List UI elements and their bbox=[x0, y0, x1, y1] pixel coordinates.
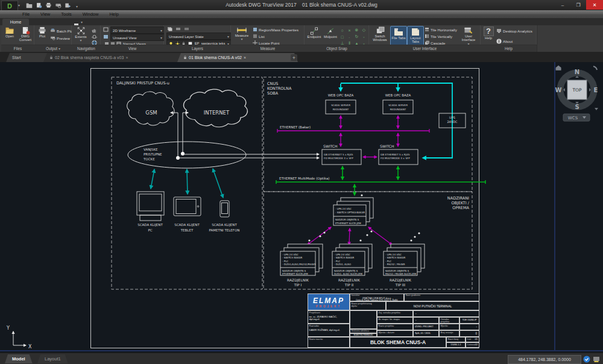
tab-doc-inactive-label: 02 Blok shema raspleta CNUS-a v03 bbox=[55, 55, 124, 60]
viewcube-home-icon[interactable] bbox=[556, 66, 561, 71]
measure-button[interactable]: Measure ▾ bbox=[233, 27, 250, 42]
svg-text:FO MULTIMODE 3 x SFP: FO MULTIMODE 3 x SFP bbox=[324, 157, 353, 160]
view-state-dropdown[interactable]: Unsaved View▾ bbox=[110, 34, 165, 41]
menu-bar: File View Tools Window Help bbox=[0, 10, 603, 18]
layout-tab[interactable]: Layout1 bbox=[37, 354, 68, 363]
new-tab-button[interactable]: + bbox=[291, 54, 297, 61]
model-tab[interactable]: Model bbox=[5, 354, 33, 363]
region-mass-properties-button[interactable]: Region/Mass Properties bbox=[253, 27, 298, 32]
tab-doc-inactive[interactable]: 02 Blok shema raspleta CNUS-a v03 × bbox=[43, 53, 188, 62]
tab-close-icon[interactable]: × bbox=[125, 55, 128, 60]
midpoint-button[interactable]: Midpoint bbox=[323, 27, 338, 39]
internet-cloud: INTERNET bbox=[184, 89, 248, 127]
preview-button[interactable]: Preview bbox=[50, 36, 70, 40]
wcs-dropdown[interactable]: WCS bbox=[563, 114, 590, 121]
svg-text:- RS232 / RS485: - RS232 / RS485 bbox=[385, 263, 405, 266]
title-block: ELMAP PROJEKT Investitor: ZRAČNA LUKA SP… bbox=[308, 293, 479, 348]
zoom-extents-dropdown-icon[interactable]: ▾ bbox=[80, 39, 81, 43]
dwg-convert-label: DWG Convert bbox=[19, 34, 31, 42]
tb-scale-label: Mjerilo: bbox=[439, 324, 459, 330]
osnap-insertion-icon[interactable]: □ bbox=[339, 34, 346, 40]
user-interface-button[interactable]: User Interface ▾ bbox=[459, 27, 478, 46]
osnap-extension-icon[interactable]: ∙ bbox=[346, 34, 353, 40]
output-flyout-icon[interactable]: ▾ bbox=[58, 46, 60, 51]
menu-window[interactable]: Window bbox=[77, 11, 104, 17]
svg-text:ETHERNET MultiMode (Optika): ETHERNET MultiMode (Optika) bbox=[279, 177, 329, 181]
tile-vertically-button[interactable]: Tile Vertically bbox=[425, 34, 452, 39]
dwg-convert-button[interactable]: DWG Convert bbox=[17, 27, 33, 42]
viewcube-north[interactable]: N bbox=[575, 69, 579, 75]
plot-button[interactable]: Plot bbox=[36, 27, 49, 38]
tab-close-icon[interactable]: × bbox=[244, 55, 246, 60]
tb-empty-cell bbox=[350, 310, 377, 329]
viewcube-menu-icon[interactable] bbox=[595, 108, 598, 110]
menu-tools[interactable]: Tools bbox=[55, 11, 77, 17]
desktop-analytics-label: Desktop Analytics bbox=[503, 29, 532, 33]
viewcube-east[interactable]: E bbox=[594, 87, 598, 93]
svg-text:- UPS 24 VDC: - UPS 24 VDC bbox=[282, 253, 298, 256]
svg-text:OPREMA: OPREMA bbox=[452, 206, 469, 210]
plot-printer-icon bbox=[37, 27, 47, 34]
osnap-rotate-icon[interactable]: ↻ bbox=[353, 34, 360, 40]
visual-style-dropdown[interactable]: 2D Wireframe▾ bbox=[110, 27, 165, 34]
menu-help[interactable]: Help bbox=[104, 11, 124, 17]
viewcube-south[interactable]: S bbox=[575, 104, 579, 110]
ribbon-options-dropdown-icon[interactable]: ▾ bbox=[81, 20, 83, 24]
viewcube-west[interactable]: W bbox=[555, 87, 561, 93]
viewcube[interactable]: N S W E TOP WCS bbox=[554, 63, 601, 125]
osnap-nearest-icon[interactable]: ◦ bbox=[361, 34, 367, 40]
open-button[interactable]: Open bbox=[3, 27, 16, 38]
endpoint-button[interactable]: Endpoint bbox=[306, 27, 322, 39]
tb-scale-value: - bbox=[459, 324, 479, 330]
menu-view[interactable]: View bbox=[35, 11, 55, 17]
batch-plot-icon bbox=[50, 28, 55, 33]
osnap-quadrant-icon[interactable]: ◇ bbox=[361, 27, 367, 33]
drawing-canvas[interactable]: DALJINSKI PRISTUP CNUS-u CNUS KONTROLNA … bbox=[0, 62, 603, 353]
tb-investor: Investitor: ZRAČNA LUKA SPLIT d.o.o. Ces… bbox=[350, 293, 404, 301]
pan-hand-icon[interactable] bbox=[91, 27, 98, 33]
switch-windows-button[interactable]: Switch Windows bbox=[371, 27, 388, 42]
svg-text:- UPS 24 VDC: - UPS 24 VDC bbox=[335, 207, 352, 210]
svg-text:GB ETHERNET 5 x RJ45: GB ETHERNET 5 x RJ45 bbox=[324, 153, 353, 156]
osnap-center-icon[interactable]: ○ bbox=[339, 27, 346, 33]
annotation-monitor-icon[interactable] bbox=[582, 355, 591, 363]
desktop-analytics-button[interactable]: Desktop Analytics bbox=[496, 28, 532, 33]
layer-off-icon[interactable] bbox=[184, 27, 189, 31]
viewcube-orbit-icon[interactable] bbox=[593, 66, 597, 70]
measure-dropdown-icon[interactable]: ▾ bbox=[241, 37, 242, 42]
svg-text:ETHERNET SUČELJEM: ETHERNET SUČELJEM bbox=[282, 272, 308, 275]
about-button[interactable]: About bbox=[496, 39, 513, 44]
layer-freeze-icon[interactable] bbox=[175, 27, 181, 31]
about-label: About bbox=[503, 39, 513, 43]
osnap-intersection-icon[interactable]: ⊗ bbox=[353, 27, 360, 33]
orbit-icon[interactable] bbox=[91, 34, 98, 40]
list-button[interactable]: List bbox=[253, 34, 265, 39]
open-label: Open bbox=[5, 34, 14, 38]
dwg-convert-icon bbox=[21, 27, 30, 34]
zoom-extents-button[interactable]: Extents ▾ bbox=[73, 27, 89, 43]
tile-horizontally-button[interactable]: Tile Horizontally bbox=[425, 27, 457, 32]
list-icon bbox=[253, 34, 257, 39]
svg-text:- UPS 24 VDC: - UPS 24 VDC bbox=[385, 253, 402, 256]
layer-properties-icon[interactable] bbox=[167, 27, 172, 31]
close-button[interactable]: ✕ bbox=[586, 0, 603, 10]
maximize-button[interactable]: ❐ bbox=[570, 0, 586, 10]
tab-doc-active[interactable]: 01 Blok shema CNUS-A v02 × bbox=[177, 53, 298, 62]
svg-text:- SWITCH OPTIKA-BAKAR: - SWITCH OPTIKA-BAKAR bbox=[335, 211, 365, 214]
menu-file[interactable]: File bbox=[17, 11, 35, 17]
isolate-objects-icon[interactable] bbox=[592, 355, 601, 363]
minimize-button[interactable]: – bbox=[555, 0, 570, 10]
svg-text:TIP I: TIP I bbox=[294, 283, 302, 287]
svg-text:- DI/DO, AI/AO: - DI/DO, AI/AO bbox=[334, 263, 351, 266]
svg-text:DI/DO, AI/AO SUČELJEM: DI/DO, AI/AO SUČELJEM bbox=[334, 272, 362, 275]
visual-style-caret-icon: ▾ bbox=[160, 28, 162, 33]
svg-text:PAMETNI TELEFON: PAMETNI TELEFON bbox=[209, 228, 240, 232]
tab-home[interactable]: Home bbox=[2, 19, 29, 25]
help-button[interactable]: ? Help bbox=[482, 27, 494, 40]
visual-style-icon bbox=[103, 27, 109, 32]
endpoint-label: Endpoint bbox=[308, 35, 321, 39]
batch-plot-button[interactable]: Batch Plot bbox=[50, 28, 74, 33]
layer-state-dropdown[interactable]: Unsaved Layer State▾ bbox=[166, 33, 232, 40]
osnap-node-icon[interactable]: × bbox=[346, 27, 353, 33]
panel-object-snap: Endpoint Midpoint ○ × ⊗ ◇ □ ∙ ↻ ◦ ⊥ ∥ ▴ … bbox=[305, 25, 370, 52]
